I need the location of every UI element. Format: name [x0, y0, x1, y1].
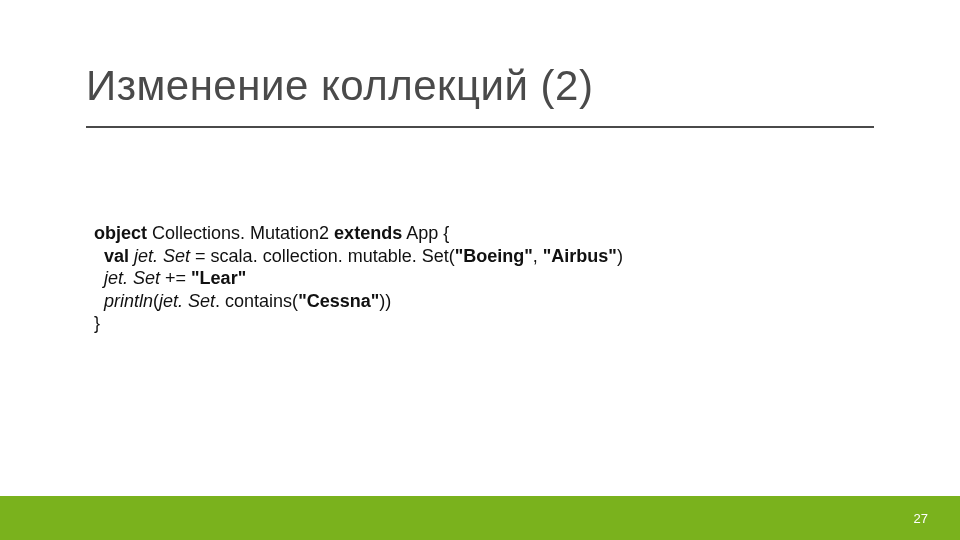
code-line-1: object Collections. Mutation2 extends Ap…	[94, 223, 449, 243]
code-block: object Collections. Mutation2 extends Ap…	[94, 222, 623, 335]
code-line-2: val jet. Set = scala. collection. mutabl…	[94, 246, 623, 266]
slide: Изменение коллекций (2) object Collectio…	[0, 0, 960, 540]
page-number: 27	[914, 511, 928, 526]
code-line-4: println(jet. Set. contains("Cessna"))	[94, 291, 391, 311]
code-line-5: }	[94, 313, 100, 333]
footer-bar: 27	[0, 496, 960, 540]
title-rule	[86, 126, 874, 128]
slide-title: Изменение коллекций (2)	[86, 62, 593, 110]
code-line-3: jet. Set += "Lear"	[94, 268, 246, 288]
